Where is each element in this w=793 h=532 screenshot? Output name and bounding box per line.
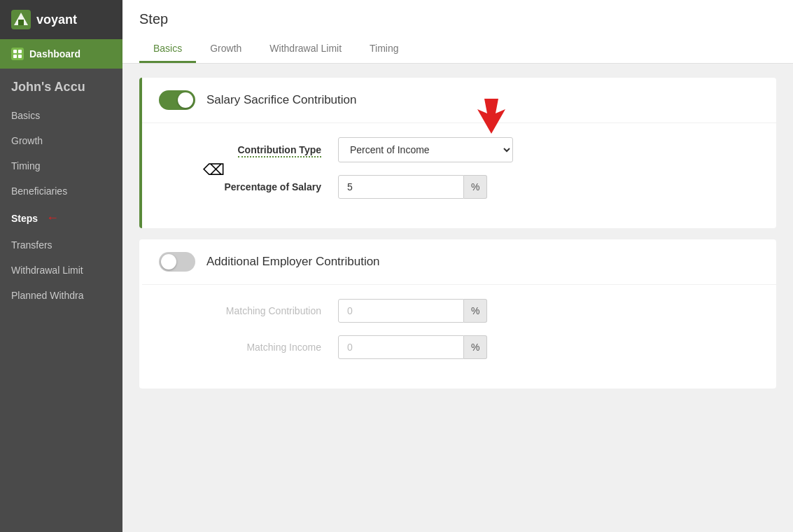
svg-rect-6 — [18, 55, 22, 58]
sidebar-item-growth[interactable]: Growth — [0, 128, 122, 153]
svg-rect-2 — [18, 20, 24, 25]
step-panel: Step Basics Growth Withdrawal Limit Timi… — [122, 0, 793, 532]
contribution-type-input-group: Percent of Income — [338, 137, 513, 162]
contribution-type-select[interactable]: Percent of Income — [338, 137, 513, 162]
salary-sacrifice-body: Contribution Type Percent of Income Perc… — [142, 123, 776, 228]
tabs-container: Basics Growth Withdrawal Limit Timing — [139, 36, 776, 63]
percentage-salary-label: Percentage of Salary — [184, 181, 338, 192]
sidebar-item-timing[interactable]: Timing — [0, 153, 122, 178]
svg-rect-3 — [13, 50, 17, 53]
sidebar-item-planned-withdrawal[interactable]: Planned Withdra — [0, 283, 122, 308]
dashboard-item[interactable]: Dashboard — [0, 39, 122, 69]
sidebar-item-basics[interactable]: Basics — [0, 103, 122, 128]
panel-body: Salary Sacrifice Contribution Contributi… — [122, 64, 793, 532]
steps-red-arrow: ← — [46, 211, 59, 225]
logo-text: voyant — [36, 13, 77, 27]
matching-income-label: Matching Income — [184, 342, 338, 353]
percentage-salary-row: Percentage of Salary % — [184, 175, 734, 199]
contribution-type-row: Contribution Type Percent of Income — [184, 137, 734, 162]
matching-contribution-addon: % — [464, 299, 487, 323]
toggle-thumb-off — [161, 254, 176, 270]
percentage-salary-input[interactable] — [338, 175, 464, 199]
percentage-salary-addon: % — [464, 175, 487, 199]
tab-withdrawal-limit[interactable]: Withdrawal Limit — [255, 36, 356, 63]
tab-timing[interactable]: Timing — [356, 36, 413, 63]
dashboard-label: Dashboard — [29, 48, 80, 59]
employer-contribution-body: Matching Contribution % Matching Income … — [142, 285, 776, 388]
salary-sacrifice-title: Salary Sacrifice Contribution — [206, 93, 356, 107]
matching-income-input[interactable] — [338, 335, 464, 359]
sidebar-item-withdrawal-limit[interactable]: Withdrawal Limit — [0, 258, 122, 283]
contribution-type-label: Contribution Type — [184, 144, 338, 155]
sidebar-nav: Basics Growth Timing Beneficiaries Steps… — [0, 103, 122, 308]
matching-contribution-input[interactable] — [338, 299, 464, 323]
tab-growth[interactable]: Growth — [196, 36, 255, 63]
panel-header: Step Basics Growth Withdrawal Limit Timi… — [122, 0, 793, 64]
salary-sacrifice-section: Salary Sacrifice Contribution Contributi… — [139, 78, 776, 228]
account-title: John's Accu — [0, 69, 122, 103]
matching-contribution-label: Matching Contribution — [184, 305, 338, 316]
svg-rect-5 — [13, 55, 17, 58]
sidebar-item-beneficiaries[interactable]: Beneficiaries — [0, 178, 122, 204]
sidebar-header: voyant — [0, 0, 122, 39]
matching-contribution-input-group: % — [338, 299, 487, 323]
employer-contribution-header: Additional Employer Contribution — [142, 239, 776, 285]
voyant-logo-icon — [11, 10, 31, 29]
panel-title: Step — [139, 11, 776, 27]
tab-basics[interactable]: Basics — [139, 36, 196, 63]
matching-income-addon: % — [464, 335, 487, 359]
svg-rect-4 — [18, 50, 22, 53]
toggle-thumb — [178, 92, 193, 108]
matching-income-row: Matching Income % — [184, 335, 734, 359]
dashboard-icon — [11, 48, 24, 60]
salary-sacrifice-toggle[interactable] — [159, 90, 195, 110]
employer-contribution-section: Additional Employer Contribution Matchin… — [139, 239, 776, 388]
percentage-salary-input-group: % — [338, 175, 487, 199]
sidebar-item-steps[interactable]: Steps ← — [0, 204, 122, 232]
main-area: Step Basics Growth Withdrawal Limit Timi… — [122, 0, 793, 532]
matching-income-input-group: % — [338, 335, 487, 359]
employer-contribution-title: Additional Employer Contribution — [206, 255, 380, 269]
sidebar-item-transfers[interactable]: Transfers — [0, 232, 122, 258]
employer-contribution-toggle[interactable] — [159, 252, 195, 272]
sidebar: voyant Dashboard John's Accu Basics Grow… — [0, 0, 122, 532]
matching-contribution-row: Matching Contribution % — [184, 299, 734, 323]
salary-sacrifice-header: Salary Sacrifice Contribution — [142, 78, 776, 123]
